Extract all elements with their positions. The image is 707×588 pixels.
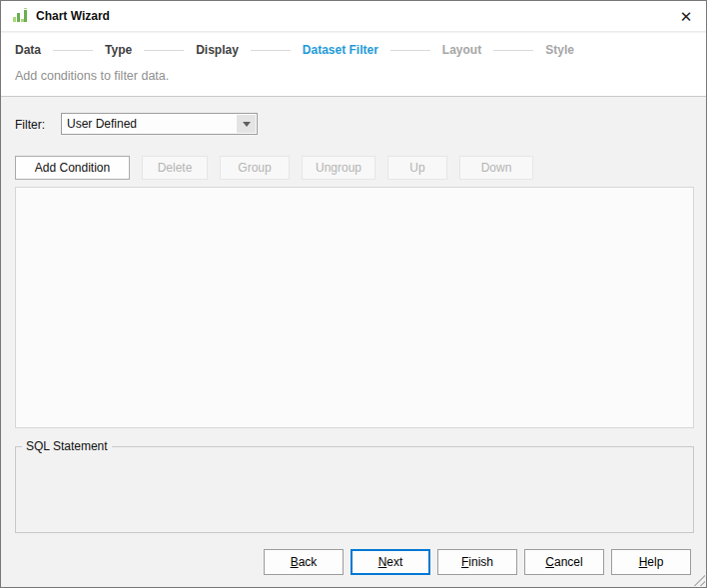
resize-grip-icon[interactable] (691, 572, 705, 586)
condition-list[interactable] (15, 187, 694, 428)
up-button[interactable]: Up (387, 156, 447, 180)
sql-statement-group: SQL Statement (15, 446, 694, 533)
step-style[interactable]: Style (545, 43, 574, 57)
window-title: Chart Wizard (36, 1, 110, 32)
wizard-steps: Data Type Display Dataset Filter Layout … (15, 43, 574, 57)
footer-buttons: Back Next Finish Cancel Help (264, 549, 691, 575)
step-layout[interactable]: Layout (442, 43, 481, 57)
next-button[interactable]: Next (351, 549, 430, 575)
step-dataset-filter[interactable]: Dataset Filter (303, 43, 378, 57)
step-description: Add conditions to filter data. (15, 69, 169, 83)
filter-dropdown[interactable]: User Defined (61, 113, 258, 135)
cancel-button[interactable]: Cancel (524, 549, 604, 575)
filter-label: Filter: (15, 118, 45, 132)
filter-dropdown-button[interactable] (237, 115, 256, 133)
chart-wizard-dialog: Chart Wizard ✕ Data Type Display Dataset… (0, 0, 707, 588)
chart-wizard-icon (12, 8, 29, 25)
step-type[interactable]: Type (105, 43, 132, 57)
add-condition-button[interactable]: Add Condition (15, 156, 130, 180)
down-button[interactable]: Down (459, 156, 533, 180)
step-connector (493, 50, 533, 51)
filter-dropdown-value: User Defined (62, 117, 237, 131)
chevron-down-icon (243, 122, 251, 127)
wizard-header: Data Type Display Dataset Filter Layout … (1, 33, 706, 97)
back-button[interactable]: Back (264, 549, 344, 575)
finish-button[interactable]: Finish (437, 549, 517, 575)
step-data[interactable]: Data (15, 43, 41, 57)
step-connector (53, 50, 93, 51)
step-connector (144, 50, 184, 51)
step-display[interactable]: Display (196, 43, 239, 57)
titlebar[interactable]: Chart Wizard ✕ (1, 1, 706, 32)
step-connector (251, 50, 291, 51)
condition-toolbar: Add Condition Delete Group Ungroup Up Do… (15, 156, 533, 180)
group-button[interactable]: Group (220, 156, 290, 180)
help-button[interactable]: Help (611, 549, 691, 575)
sql-statement-title: SQL Statement (22, 439, 112, 453)
step-connector (390, 50, 430, 51)
ungroup-button[interactable]: Ungroup (302, 156, 375, 180)
delete-button[interactable]: Delete (142, 156, 208, 180)
close-icon[interactable]: ✕ (673, 5, 699, 29)
